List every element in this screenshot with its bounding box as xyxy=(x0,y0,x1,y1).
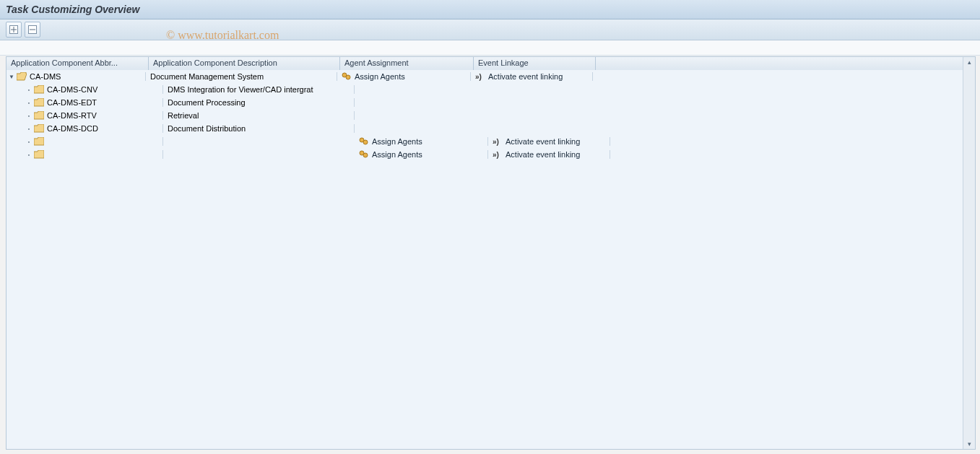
activate-event-link[interactable]: Activate event linking xyxy=(506,137,580,146)
assign-agents-link[interactable]: Assign Agents xyxy=(355,72,405,81)
column-header-agent[interactable]: Agent Assignment xyxy=(340,57,474,70)
svg-point-12 xyxy=(363,153,368,157)
tree-grid-body: ▼ CA-DMS Document Management System Assi… xyxy=(6,70,963,449)
activate-event-link[interactable]: Activate event linking xyxy=(488,72,563,81)
event-linking-icon: ») xyxy=(493,137,503,146)
tree-toggle-open[interactable]: ▼ xyxy=(8,73,15,80)
event-linking-icon: ») xyxy=(475,72,485,81)
tree-expand-icon xyxy=(9,25,18,34)
title-bar: Task Customizing Overview xyxy=(0,0,980,19)
activate-event-link[interactable]: Activate event linking xyxy=(506,150,580,159)
grid-vertical-scrollbar[interactable]: ▴ ▾ xyxy=(963,57,975,449)
tree-node-label: CA-DMS-DCD xyxy=(47,124,98,133)
tree-leaf-bullet: ● xyxy=(25,138,32,145)
tree-leaf-bullet: ● xyxy=(25,112,32,119)
svg-text:»): ») xyxy=(493,138,499,146)
event-linking-icon: ») xyxy=(493,150,503,159)
assign-agents-icon xyxy=(359,137,369,146)
scroll-up-icon[interactable]: ▴ xyxy=(964,57,974,67)
assign-agents-link[interactable]: Assign Agents xyxy=(372,137,422,146)
toolbar xyxy=(0,19,980,40)
tree-leaf-bullet: ● xyxy=(25,125,32,132)
tree-collapse-icon xyxy=(28,25,37,34)
tree-node-desc: Document Distribution xyxy=(168,124,246,133)
svg-text:»): ») xyxy=(475,73,482,81)
tree-grid: Application Component Abbr... Applicatio… xyxy=(6,56,976,450)
assign-agents-icon xyxy=(359,150,369,159)
tree-node-desc: DMS Integration for Viewer/CAD intergrat xyxy=(168,85,313,94)
assign-agents-icon xyxy=(342,72,352,81)
page-title: Task Customizing Overview xyxy=(6,4,139,15)
column-header-row: Application Component Abbr... Applicatio… xyxy=(6,57,963,71)
tree-row[interactable]: ▼ CA-DMS Document Management System Assi… xyxy=(6,70,963,83)
column-header-abbr[interactable]: Application Component Abbr... xyxy=(6,57,149,70)
tree-node-label: CA-DMS-RTV xyxy=(47,111,97,120)
expand-all-button[interactable] xyxy=(6,22,22,38)
folder-closed-icon xyxy=(34,111,44,120)
tree-row[interactable]: ● CA-DMS-DCD Document Distribution xyxy=(6,122,963,135)
tree-row[interactable]: ● Assign Agents ») xyxy=(6,148,963,161)
svg-point-6 xyxy=(346,75,350,79)
tree-row[interactable]: ● CA-DMS-CNV DMS Integration for Viewer/… xyxy=(6,83,963,96)
folder-open-icon xyxy=(17,72,27,81)
folder-closed-icon xyxy=(34,137,44,146)
folder-closed-icon xyxy=(34,98,44,107)
column-header-rest xyxy=(596,57,963,70)
tree-node-desc: Document Processing xyxy=(168,98,246,107)
tree-node-label: CA-DMS-EDT xyxy=(47,98,97,107)
scroll-down-icon[interactable]: ▾ xyxy=(964,439,974,449)
folder-closed-icon xyxy=(34,150,44,159)
assign-agents-link[interactable]: Assign Agents xyxy=(372,150,422,159)
tree-leaf-bullet: ● xyxy=(25,151,32,158)
column-header-desc[interactable]: Application Component Description xyxy=(149,57,340,70)
tree-leaf-bullet: ● xyxy=(25,99,32,106)
svg-text:»): ») xyxy=(493,151,499,159)
folder-closed-icon xyxy=(34,124,44,133)
tree-row[interactable]: ● Assign Agents ») xyxy=(6,135,963,148)
tree-row[interactable]: ● CA-DMS-RTV Retrieval xyxy=(6,109,963,122)
tree-leaf-bullet: ● xyxy=(25,86,32,93)
tree-node-desc: Document Management System xyxy=(150,72,264,81)
svg-point-9 xyxy=(363,140,368,144)
tree-row[interactable]: ● CA-DMS-EDT Document Processing xyxy=(6,96,963,109)
collapse-all-button[interactable] xyxy=(25,22,40,38)
column-header-event[interactable]: Event Linkage xyxy=(474,57,596,70)
tree-node-desc: Retrieval xyxy=(168,111,199,120)
toolbar-spacer xyxy=(0,40,980,56)
tree-node-label: CA-DMS xyxy=(30,72,61,81)
tree-node-label: CA-DMS-CNV xyxy=(47,85,97,94)
folder-closed-icon xyxy=(34,85,44,94)
